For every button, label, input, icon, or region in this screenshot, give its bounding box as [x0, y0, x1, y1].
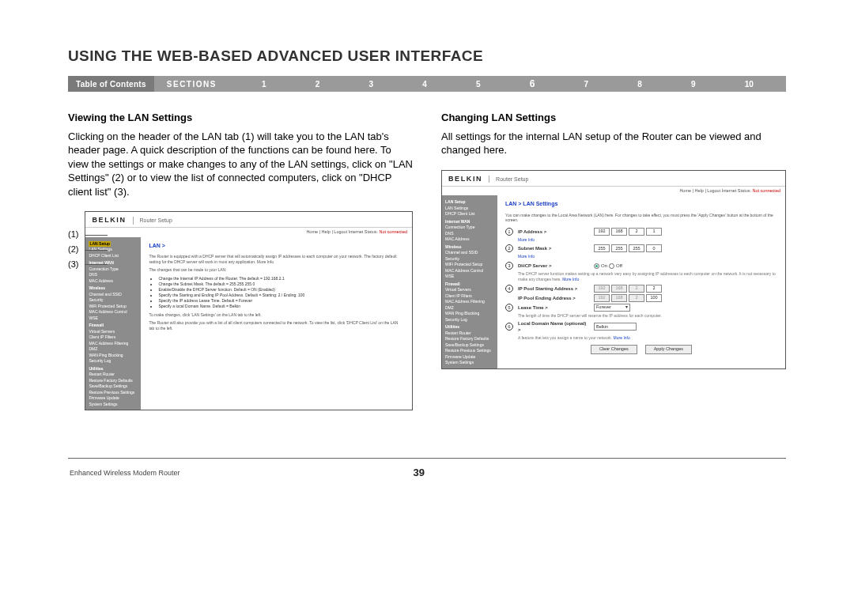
sidebar-item[interactable]: Firmware Update [89, 395, 138, 402]
sidebar-item[interactable]: MAC Address [89, 278, 138, 285]
sidebar-item[interactable]: WSE [445, 274, 494, 280]
lease-time-select[interactable]: Forever▾ [594, 304, 630, 312]
sidebar-item[interactable]: Channel and SSID [89, 292, 138, 298]
sidebar-item[interactable]: DNS [89, 272, 138, 278]
dhcp-off-radio[interactable] [609, 263, 614, 269]
sidebar-item[interactable]: WiFi Protected Setup [445, 262, 494, 268]
sidebar-item[interactable]: DHCP Client List [89, 253, 138, 259]
ip-octet-input[interactable]: 2 [646, 285, 662, 293]
more-info-link[interactable]: More Info [518, 254, 535, 259]
ip-octet-input[interactable]: 1 [646, 228, 662, 236]
more-info-link[interactable]: More Info [561, 277, 580, 282]
ip-octet-input[interactable]: 2 [629, 228, 644, 236]
sidebar-item[interactable]: Virtual Servers [89, 329, 138, 335]
sidebar-item[interactable]: MAC Address Filtering [445, 299, 494, 305]
ip-octet-input[interactable]: 0 [646, 244, 662, 252]
toc-link[interactable]: Table of Contents [68, 76, 154, 92]
status-links: Home | Help | Logout Internet Status: [306, 229, 378, 234]
ip-octet-input[interactable]: 255 [629, 244, 644, 252]
section-link-10[interactable]: 10 [745, 80, 754, 89]
sidebar-group[interactable]: Internet WAN [445, 219, 494, 225]
sidebar-item[interactable]: Client IP Filters [445, 293, 494, 300]
ip-octet-input[interactable]: 192 [594, 228, 610, 236]
sidebar-item[interactable]: MAC Address Filtering [89, 341, 138, 347]
section-link-2[interactable]: 2 [316, 80, 320, 89]
section-link-3[interactable]: 3 [368, 80, 373, 89]
section-link-7[interactable]: 7 [584, 80, 589, 89]
right-column: Changing LAN Settings All settings for t… [441, 111, 786, 410]
sidebar-item[interactable]: DMZ [445, 305, 494, 312]
sidebar-item[interactable]: DHCP Client List [445, 211, 494, 217]
sidebar-item[interactable]: System Settings [445, 360, 494, 366]
sidebar-item[interactable]: WiFi Protected Setup [89, 304, 138, 310]
apply-changes-button[interactable]: Apply Changes [645, 345, 692, 353]
section-link-4[interactable]: 4 [422, 80, 427, 89]
sidebar-group[interactable]: LAN Setup [445, 199, 494, 206]
sidebar-group[interactable]: Wireless [445, 244, 494, 251]
sidebar-item[interactable]: WAN Ping Blocking [89, 353, 138, 359]
sidebar-item[interactable]: Restore Factory Defaults [445, 336, 494, 342]
form-label: IP Address > [518, 229, 589, 235]
form-row-number: 6 [505, 323, 513, 331]
ip-octet-input: 192 [594, 285, 610, 293]
sidebar-item[interactable]: Security Log [89, 358, 138, 365]
belkin-logo: BELKIN [448, 174, 482, 183]
ip-octet-input[interactable]: 255 [594, 244, 610, 252]
sidebar-group[interactable]: Utilities [89, 366, 138, 372]
sidebar-item[interactable]: Security [445, 256, 494, 263]
sidebar-item[interactable]: MAC Address Control [89, 309, 138, 316]
ip-octet-input[interactable]: 100 [646, 294, 662, 302]
sidebar-item[interactable]: Restore Previous Settings [89, 390, 138, 396]
sidebar-group[interactable]: Wireless [89, 285, 138, 292]
section-link-1[interactable]: 1 [262, 80, 266, 89]
sidebar-item[interactable]: Security Log [445, 317, 494, 323]
sidebar-item[interactable]: Firmware Update [445, 354, 494, 361]
lan-header-link[interactable]: LAN > [149, 242, 404, 249]
form-label: DHCP Server > [518, 263, 589, 269]
sidebar-item[interactable]: Connection Type [89, 266, 138, 273]
section-link-9[interactable]: 9 [691, 80, 696, 89]
sidebar-group[interactable]: Utilities [445, 324, 494, 331]
sidebar-item[interactable]: DNS [445, 231, 494, 237]
ip-octet-input: 168 [611, 294, 627, 302]
sidebar-item[interactable]: Restart Router [89, 372, 138, 378]
sidebar-item[interactable]: Restore Previous Settings [445, 348, 494, 354]
sidebar-item[interactable]: Security [89, 297, 138, 304]
sidebar-item[interactable]: Channel and SSID [445, 250, 494, 256]
sidebar-group[interactable]: Internet WAN [89, 260, 138, 266]
domain-name-input[interactable]: Belkin [594, 323, 637, 331]
sidebar-item[interactable]: Restart Router [445, 331, 494, 337]
status-links: Home | Help | Logout Internet Status: [679, 188, 751, 193]
more-info-link[interactable]: More Info [518, 237, 535, 242]
sidebar-item[interactable]: Client IP Filters [89, 334, 138, 341]
form-row-number: 1 [505, 228, 513, 236]
sidebar-item[interactable]: Save/Backup Settings [89, 384, 138, 390]
ip-octet-input[interactable]: 168 [611, 228, 627, 236]
ip-octet-input: 2 [629, 285, 644, 293]
sidebar-item[interactable]: Save/Backup Settings [445, 342, 494, 349]
sidebar-group[interactable]: Firewall [445, 282, 494, 288]
more-info-link[interactable]: More Info [612, 335, 630, 340]
section-link-5[interactable]: 5 [476, 80, 481, 89]
clear-changes-button[interactable]: Clear Changes [591, 345, 637, 353]
sidebar-item[interactable]: MAC Address Control [445, 268, 494, 274]
form-row-number: 4 [505, 285, 513, 293]
sidebar-item[interactable]: LAN Settings [445, 206, 494, 212]
dhcp-on-radio[interactable] [594, 263, 599, 269]
right-body: All settings for the internal LAN setup … [441, 130, 786, 157]
sidebar-item[interactable]: Connection Type [445, 225, 494, 231]
sidebar-item[interactable]: DMZ [89, 346, 138, 353]
sidebar-group[interactable]: Firewall [89, 323, 138, 329]
lan-desc: The Router is equipped with a DHCP serve… [149, 254, 404, 264]
sidebar-group[interactable]: LAN Setup [89, 241, 138, 248]
sidebar-item[interactable]: System Settings [89, 402, 138, 408]
sidebar-item[interactable]: MAC Address [445, 236, 494, 243]
sidebar-item[interactable]: WSE [89, 316, 138, 322]
sidebar-item[interactable]: WAN Ping Blocking [445, 311, 494, 317]
ip-octet-input[interactable]: 255 [611, 244, 627, 252]
sidebar-item[interactable]: Restore Factory Defaults [89, 378, 138, 384]
section-link-6[interactable]: 6 [530, 78, 535, 89]
sidebar-item[interactable]: Virtual Servers [445, 287, 494, 293]
section-link-8[interactable]: 8 [637, 80, 642, 89]
form-row-number: 5 [505, 304, 513, 312]
